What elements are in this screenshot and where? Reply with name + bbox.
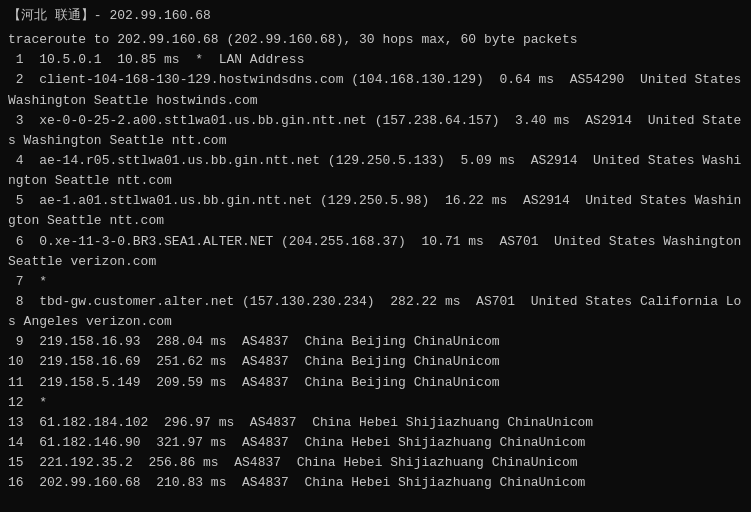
terminal-line: 3 xe-0-0-25-2.a00.sttlwa01.us.bb.gin.ntt… [8,111,743,151]
terminal-line: 7 * [8,272,743,292]
terminal-line: 2 client-104-168-130-129.hostwindsdns.co… [8,70,743,110]
terminal-output: traceroute to 202.99.160.68 (202.99.160.… [8,30,743,493]
terminal-line: 16 202.99.160.68 210.83 ms AS4837 China … [8,473,743,493]
terminal-header: 【河北 联通】- 202.99.160.68 [8,6,743,26]
terminal-line: 11 219.158.5.149 209.59 ms AS4837 China … [8,373,743,393]
terminal-line: 15 221.192.35.2 256.86 ms AS4837 China H… [8,453,743,473]
terminal: 【河北 联通】- 202.99.160.68 traceroute to 202… [8,6,743,493]
terminal-line: 10 219.158.16.69 251.62 ms AS4837 China … [8,352,743,372]
terminal-line: traceroute to 202.99.160.68 (202.99.160.… [8,30,743,50]
terminal-line: 13 61.182.184.102 296.97 ms AS4837 China… [8,413,743,433]
terminal-line: 14 61.182.146.90 321.97 ms AS4837 China … [8,433,743,453]
terminal-line: 8 tbd-gw.customer.alter.net (157.130.230… [8,292,743,332]
terminal-line: 5 ae-1.a01.sttlwa01.us.bb.gin.ntt.net (1… [8,191,743,231]
terminal-line: 9 219.158.16.93 288.04 ms AS4837 China B… [8,332,743,352]
terminal-line: 6 0.xe-11-3-0.BR3.SEA1.ALTER.NET (204.25… [8,232,743,272]
terminal-line: 12 * [8,393,743,413]
terminal-line: 1 10.5.0.1 10.85 ms * LAN Address [8,50,743,70]
terminal-line: 4 ae-14.r05.sttlwa01.us.bb.gin.ntt.net (… [8,151,743,191]
